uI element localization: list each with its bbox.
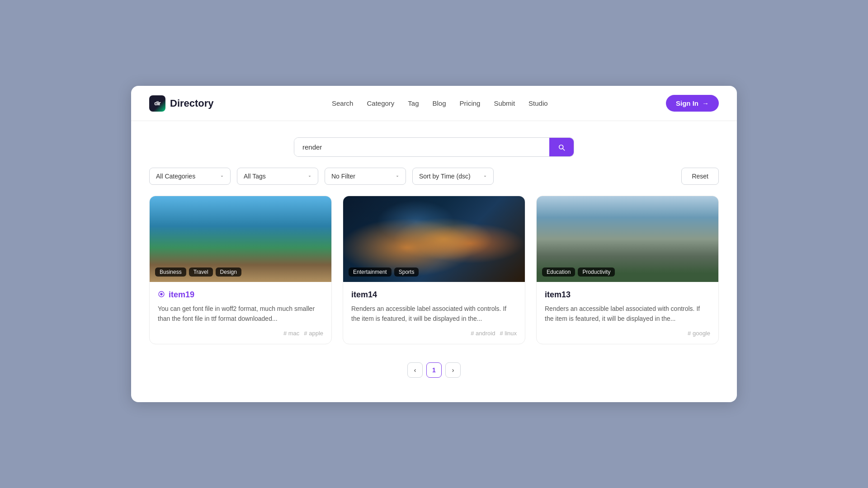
card-desc-3: Renders an accessible label associated w… [545, 304, 710, 324]
search-area [131, 121, 737, 168]
card-tag-sports: Sports [394, 267, 419, 277]
nav-category[interactable]: Category [367, 99, 394, 107]
logo-icon: dir [149, 95, 165, 112]
card-hashtags-1: # mac # apple [158, 330, 323, 337]
card-body-3: item13 Renders an accessible label assoc… [537, 282, 718, 344]
card-hashtag-linux: # linux [500, 330, 517, 337]
header: dir Directory Search Category Tag Blog P… [131, 86, 737, 121]
pagination: ‹ 1 › [131, 359, 737, 378]
tags-filter[interactable]: All Tags [237, 168, 318, 185]
card-hashtag-android: # android [471, 330, 495, 337]
card-hashtag-mac: # mac [283, 330, 299, 337]
card-hashtag-apple: # apple [304, 330, 323, 337]
filters-bar: All Categories All Tags No Filter Sort b… [131, 168, 737, 196]
card-tag-education: Education [542, 267, 575, 277]
card-item19: Business Travel Design item19 You can ge… [149, 196, 332, 344]
sort-select[interactable]: Sort by Time (dsc) [412, 168, 494, 185]
arrow-icon: → [702, 99, 709, 107]
card-hashtags-2: # android # linux [351, 330, 517, 337]
svg-point-1 [160, 293, 162, 295]
page-1-button[interactable]: 1 [426, 362, 442, 378]
nav: Search Category Tag Blog Pricing Submit … [332, 99, 548, 107]
card-image-wrapper-1: Business Travel Design [150, 196, 331, 282]
card-body-2: item14 Renders an accessible label assoc… [343, 282, 525, 344]
card-hashtag-google: # google [688, 330, 710, 337]
main-container: dir Directory Search Category Tag Blog P… [131, 86, 737, 402]
filter-select[interactable]: No Filter [325, 168, 406, 185]
card-title-row-1: item19 [158, 290, 323, 300]
card-tags-overlay-2: Entertainment Sports [349, 267, 419, 277]
cards-grid: Business Travel Design item19 You can ge… [131, 196, 737, 359]
logo-area: dir Directory [149, 95, 214, 112]
nav-pricing[interactable]: Pricing [460, 99, 481, 107]
search-icon [557, 143, 566, 151]
sign-in-button[interactable]: Sign In → [666, 95, 719, 112]
search-input[interactable] [294, 138, 549, 156]
next-page-button[interactable]: › [445, 362, 461, 378]
card-tag-business: Business [155, 267, 186, 277]
card-tag-design: Design [216, 267, 241, 277]
card-title-row-3: item13 [545, 290, 710, 300]
card-item14: Entertainment Sports item14 Renders an a… [343, 196, 525, 344]
card-title-1[interactable]: item19 [169, 290, 194, 300]
card-desc-2: Renders an accessible label associated w… [351, 304, 517, 324]
reset-button[interactable]: Reset [681, 168, 719, 185]
card-tag-travel: Travel [189, 267, 213, 277]
card-tag-entertainment: Entertainment [349, 267, 392, 277]
card-hashtags-3: # google [545, 330, 710, 337]
card-title-3[interactable]: item13 [545, 290, 571, 300]
nav-submit[interactable]: Submit [494, 99, 515, 107]
logo-text: Directory [170, 98, 214, 109]
nav-blog[interactable]: Blog [433, 99, 446, 107]
card-tags-overlay-3: Education Productivity [542, 267, 615, 277]
card-image-wrapper-2: Entertainment Sports [343, 196, 525, 282]
nav-studio[interactable]: Studio [528, 99, 548, 107]
category-filter[interactable]: All Categories [149, 168, 231, 185]
card-item13: Education Productivity item13 Renders an… [536, 196, 719, 344]
card-image-wrapper-3: Education Productivity [537, 196, 718, 282]
card-title-2[interactable]: item14 [351, 290, 377, 300]
nav-search[interactable]: Search [332, 99, 354, 107]
prev-page-button[interactable]: ‹ [407, 362, 423, 378]
search-bar [294, 137, 574, 157]
card-body-1: item19 You can get font file in woff2 fo… [150, 282, 331, 344]
card-desc-1: You can get font file in woff2 format, m… [158, 304, 323, 324]
card-title-row-2: item14 [351, 290, 517, 300]
nav-tag[interactable]: Tag [408, 99, 419, 107]
card-tags-overlay-1: Business Travel Design [155, 267, 241, 277]
search-button[interactable] [549, 138, 574, 156]
card-tag-productivity: Productivity [578, 267, 615, 277]
featured-icon [158, 291, 165, 300]
